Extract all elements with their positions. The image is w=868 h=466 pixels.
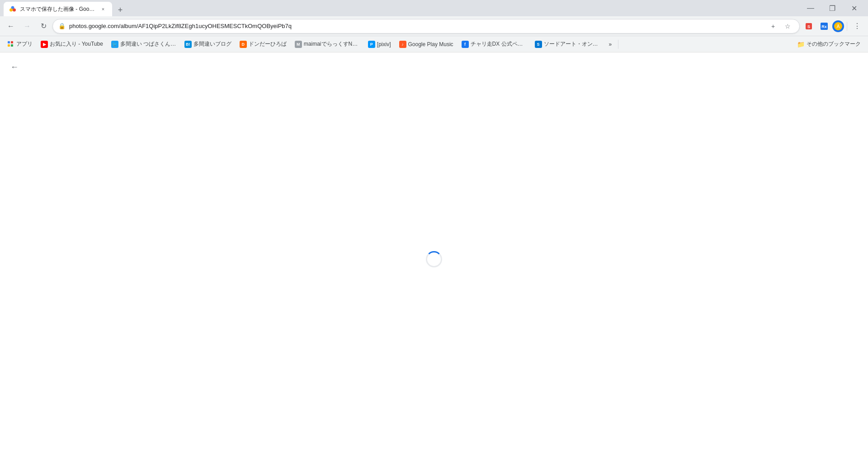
maimai-label: maimaiでらっくすNET... — [304, 40, 360, 48]
bookmark-gpmusic[interactable]: ♪ Google Play Music — [396, 39, 457, 50]
svg-text:S: S — [807, 24, 810, 29]
close-button[interactable]: ✕ — [844, 0, 864, 16]
minimize-button[interactable]: — — [800, 0, 821, 16]
address-bar-actions: + ☆ — [767, 20, 794, 33]
hatebu-favicon: B! — [184, 41, 192, 48]
extension-save-icon[interactable]: S — [802, 19, 816, 33]
gpmusic-favicon: ♪ — [399, 41, 406, 48]
gpmusic-label: Google Play Music — [408, 41, 453, 48]
bookmarks-more-button[interactable]: » — [605, 39, 616, 49]
sao-favicon: S — [535, 41, 542, 48]
apps-label: アプリ — [16, 40, 33, 48]
bookmark-youtube[interactable]: ▶ お気に入り - YouTube — [37, 38, 107, 50]
tab-strip: スマホで保存した画像 - Google フォ... × + — [4, 0, 800, 16]
active-tab[interactable]: スマホで保存した画像 - Google フォ... × — [4, 2, 112, 16]
bookmark-chariage[interactable]: f チャリ走DX 公式ペー... — [458, 38, 530, 50]
add-tab-button[interactable]: + — [767, 20, 779, 33]
extension-rx-icon[interactable]: Rx — [817, 19, 831, 33]
bookmark-donbe[interactable]: D ドンだーひろば — [236, 38, 290, 50]
tab-close-button[interactable]: × — [99, 5, 107, 13]
svg-rect-9 — [8, 41, 10, 43]
bookmark-maimai[interactable]: M maimaiでらっくすNET... — [291, 38, 363, 50]
maimai-favicon: M — [295, 41, 302, 48]
bookmarks-folder[interactable]: 📁 その他のブックマーク — [793, 38, 864, 50]
profile-button[interactable]: A — [832, 20, 844, 32]
svg-rect-11 — [8, 44, 10, 47]
twitter1-label: 多間違い つばさくんの... — [120, 40, 176, 48]
apps-favicon — [7, 41, 14, 48]
lock-icon: 🔒 — [58, 23, 66, 29]
bookmark-hatebu[interactable]: B! 多間違いブログ — [181, 38, 235, 50]
svg-text:Rx: Rx — [821, 24, 827, 29]
loading-spinner — [426, 251, 442, 267]
twitter1-favicon: 🐦 — [111, 41, 118, 48]
donbe-favicon: D — [240, 41, 247, 48]
pixiv-label: [pixiv] — [377, 41, 391, 48]
extensions-separator — [847, 22, 847, 31]
page-content: ← — [0, 52, 868, 466]
bookmark-pixiv[interactable]: P [pixiv] — [364, 39, 395, 50]
new-tab-button[interactable]: + — [114, 4, 127, 16]
pixiv-favicon: P — [368, 41, 375, 48]
youtube-favicon: ▶ — [41, 41, 48, 48]
sao-label: ソードアート・オンライン... — [544, 40, 600, 48]
bookmark-button[interactable]: ☆ — [781, 20, 794, 33]
window-controls: — ❐ ✕ — [800, 0, 864, 16]
folder-icon: 📁 — [797, 41, 805, 48]
chariage-favicon: f — [462, 41, 469, 48]
more-menu-button[interactable]: ⋮ — [850, 19, 864, 33]
tab-favicon — [9, 5, 16, 13]
back-button[interactable]: ← — [4, 19, 18, 33]
donbe-label: ドンだーひろば — [249, 40, 287, 48]
folder-label: その他のブックマーク — [807, 40, 861, 48]
tab-title: スマホで保存した画像 - Google フォ... — [20, 5, 96, 13]
address-text: photos.google.com/album/AF1QipP2LkZif8ZE… — [69, 23, 763, 29]
svg-point-1 — [13, 9, 16, 12]
chariage-label: チャリ走DX 公式ペー... — [471, 40, 527, 48]
maximize-button[interactable]: ❐ — [822, 0, 843, 16]
title-bar: スマホで保存した画像 - Google フォ... × + — ❐ ✕ — [0, 0, 868, 16]
reload-button[interactable]: ↻ — [36, 19, 51, 33]
toolbar-actions: S Rx A ⋮ — [802, 19, 864, 33]
forward-button[interactable]: → — [20, 19, 34, 33]
svg-point-2 — [9, 9, 13, 12]
svg-rect-12 — [11, 44, 13, 47]
navigation-bar: ← → ↻ 🔒 photos.google.com/album/AF1QipP2… — [0, 16, 868, 36]
bookmarks-bar: アプリ ▶ お気に入り - YouTube 🐦 多間違い つばさくんの... B… — [0, 36, 868, 52]
bookmarks-separator — [618, 40, 618, 49]
hatebu-label: 多間違いブログ — [193, 40, 231, 48]
bookmark-apps[interactable]: アプリ — [4, 38, 36, 50]
address-bar[interactable]: 🔒 photos.google.com/album/AF1QipP2LkZif8… — [52, 19, 800, 33]
bookmark-sao[interactable]: S ソードアート・オンライン... — [531, 38, 604, 50]
svg-text:A: A — [837, 24, 840, 29]
svg-rect-10 — [11, 41, 13, 43]
bookmark-twitter1[interactable]: 🐦 多間違い つばさくんの... — [108, 38, 180, 50]
youtube-label: お気に入り - YouTube — [50, 40, 103, 48]
page-back-button[interactable]: ← — [7, 60, 22, 74]
